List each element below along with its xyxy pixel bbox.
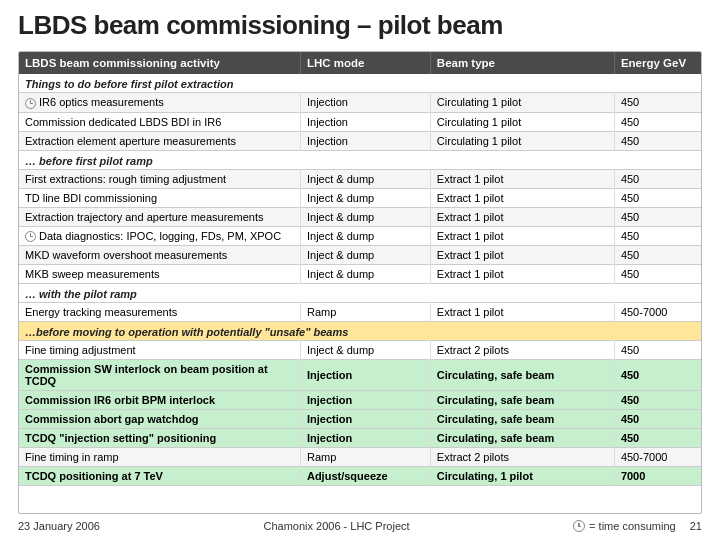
footer-date: 23 January 2006	[18, 520, 100, 532]
beam-type-cell: Extract 1 pilot	[430, 169, 614, 188]
energy-cell: 450	[614, 429, 701, 448]
energy-cell: 7000	[614, 467, 701, 486]
table-row: Fine timing in rampRampExtract 2 pilots4…	[19, 448, 701, 467]
footer-legend: = time consuming 21	[573, 520, 702, 532]
table-row: Commission abort gap watchdogInjectionCi…	[19, 410, 701, 429]
clock-icon	[25, 231, 36, 242]
clock-icon	[25, 98, 36, 109]
table-row: Commission dedicated LBDS BDI in IR6Inje…	[19, 112, 701, 131]
energy-cell: 450	[614, 341, 701, 360]
energy-cell: 450	[614, 246, 701, 265]
col-header-lhc: LHC mode	[300, 52, 430, 74]
beam-type-cell: Extract 2 pilots	[430, 448, 614, 467]
lhc-mode-cell: Adjust/squeeze	[300, 467, 430, 486]
energy-cell: 450-7000	[614, 303, 701, 322]
footer-event: Chamonix 2006 - LHC Project	[263, 520, 409, 532]
activity-cell: Energy tracking measurements	[19, 303, 300, 322]
energy-cell: 450	[614, 188, 701, 207]
activity-cell: TCDQ positioning at 7 TeV	[19, 467, 300, 486]
beam-type-cell: Circulating, safe beam	[430, 410, 614, 429]
main-table-container: LBDS beam commissioning activity LHC mod…	[18, 51, 702, 514]
lhc-mode-cell: Inject & dump	[300, 341, 430, 360]
beam-type-cell: Extract 1 pilot	[430, 226, 614, 246]
energy-cell: 450	[614, 360, 701, 391]
lhc-mode-cell: Injection	[300, 360, 430, 391]
table-row: Extraction element aperture measurements…	[19, 131, 701, 150]
activity-cell: TD line BDI commissioning	[19, 188, 300, 207]
energy-cell: 450	[614, 169, 701, 188]
section-header-cell: …before moving to operation with potenti…	[19, 322, 701, 341]
lhc-mode-cell: Inject & dump	[300, 246, 430, 265]
table-row: Commission IR6 orbit BPM interlockInject…	[19, 391, 701, 410]
energy-cell: 450	[614, 131, 701, 150]
activity-cell: Commission SW interlock on beam position…	[19, 360, 300, 391]
lhc-mode-cell: Injection	[300, 391, 430, 410]
energy-cell: 450	[614, 265, 701, 284]
activity-cell: MKB sweep measurements	[19, 265, 300, 284]
activity-cell: Extraction element aperture measurements	[19, 131, 300, 150]
lhc-mode-cell: Ramp	[300, 448, 430, 467]
lhc-mode-cell: Injection	[300, 429, 430, 448]
lhc-mode-cell: Ramp	[300, 303, 430, 322]
beam-type-cell: Circulating 1 pilot	[430, 93, 614, 113]
table-row: Commission SW interlock on beam position…	[19, 360, 701, 391]
energy-cell: 450	[614, 93, 701, 113]
lhc-mode-cell: Inject & dump	[300, 265, 430, 284]
energy-cell: 450	[614, 112, 701, 131]
lhc-mode-cell: Injection	[300, 131, 430, 150]
table-row: MKD waveform overshoot measurementsInjec…	[19, 246, 701, 265]
activity-cell: Fine timing in ramp	[19, 448, 300, 467]
lhc-mode-cell: Injection	[300, 93, 430, 113]
lhc-mode-cell: Inject & dump	[300, 226, 430, 246]
table-row: TD line BDI commissioningInject & dumpEx…	[19, 188, 701, 207]
lhc-mode-cell: Inject & dump	[300, 207, 430, 226]
activity-cell: IR6 optics measurements	[19, 93, 300, 113]
beam-type-cell: Circulating, 1 pilot	[430, 467, 614, 486]
beam-type-cell: Extract 1 pilot	[430, 246, 614, 265]
table-row: …before moving to operation with potenti…	[19, 322, 701, 341]
activity-cell: Commission IR6 orbit BPM interlock	[19, 391, 300, 410]
energy-cell: 450	[614, 391, 701, 410]
col-header-energy: Energy GeV	[614, 52, 701, 74]
table-row: IR6 optics measurementsInjectionCirculat…	[19, 93, 701, 113]
footer-page-number: 21	[690, 520, 702, 532]
beam-type-cell: Circulating, safe beam	[430, 360, 614, 391]
energy-cell: 450	[614, 207, 701, 226]
lhc-mode-cell: Injection	[300, 112, 430, 131]
col-header-beam: Beam type	[430, 52, 614, 74]
beam-type-cell: Circulating 1 pilot	[430, 131, 614, 150]
lhc-mode-cell: Injection	[300, 410, 430, 429]
table-row: TCDQ positioning at 7 TeVAdjust/squeezeC…	[19, 467, 701, 486]
activity-cell: Fine timing adjustment	[19, 341, 300, 360]
beam-type-cell: Extract 1 pilot	[430, 207, 614, 226]
clock-legend-icon	[573, 520, 585, 532]
activity-cell: Commission abort gap watchdog	[19, 410, 300, 429]
table-row: Extraction trajectory and aperture measu…	[19, 207, 701, 226]
commissioning-table: LBDS beam commissioning activity LHC mod…	[19, 52, 701, 486]
table-row: Energy tracking measurementsRampExtract …	[19, 303, 701, 322]
energy-cell: 450	[614, 410, 701, 429]
section-header-cell: … before first pilot ramp	[19, 150, 701, 169]
section-header-cell: … with the pilot ramp	[19, 284, 701, 303]
energy-cell: 450	[614, 226, 701, 246]
beam-type-cell: Circulating, safe beam	[430, 391, 614, 410]
lhc-mode-cell: Inject & dump	[300, 169, 430, 188]
table-row: Fine timing adjustmentInject & dumpExtra…	[19, 341, 701, 360]
page-footer: 23 January 2006 Chamonix 2006 - LHC Proj…	[18, 520, 702, 532]
page-title: LBDS beam commissioning – pilot beam	[18, 10, 702, 41]
table-row: First extractions: rough timing adjustme…	[19, 169, 701, 188]
beam-type-cell: Extract 1 pilot	[430, 188, 614, 207]
lhc-mode-cell: Inject & dump	[300, 188, 430, 207]
beam-type-cell: Circulating 1 pilot	[430, 112, 614, 131]
table-row: … with the pilot ramp	[19, 284, 701, 303]
activity-cell: Data diagnostics: IPOC, logging, FDs, PM…	[19, 226, 300, 246]
col-header-activity: LBDS beam commissioning activity	[19, 52, 300, 74]
beam-type-cell: Extract 2 pilots	[430, 341, 614, 360]
table-row: Data diagnostics: IPOC, logging, FDs, PM…	[19, 226, 701, 246]
table-row: Things to do before first pilot extracti…	[19, 74, 701, 93]
activity-cell: MKD waveform overshoot measurements	[19, 246, 300, 265]
activity-cell: Extraction trajectory and aperture measu…	[19, 207, 300, 226]
page: LBDS beam commissioning – pilot beam LBD…	[0, 0, 720, 540]
table-row: MKB sweep measurementsInject & dumpExtra…	[19, 265, 701, 284]
beam-type-cell: Extract 1 pilot	[430, 303, 614, 322]
